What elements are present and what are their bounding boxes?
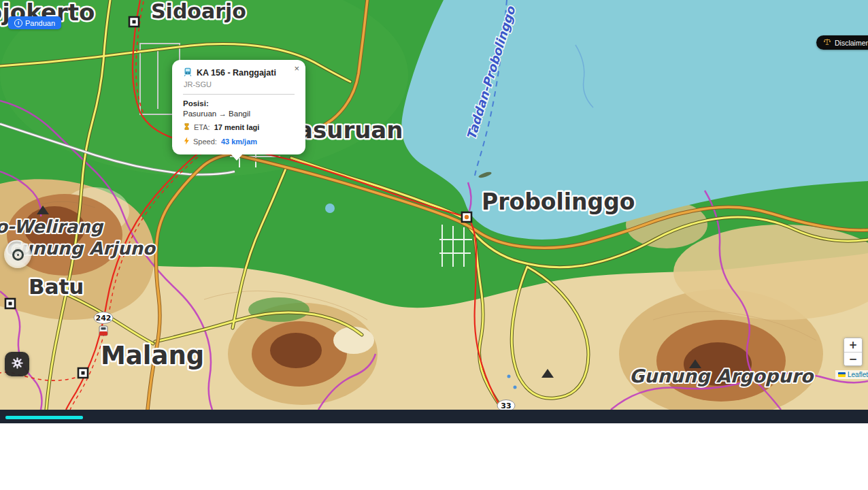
zoom-out-button[interactable]: − [844,352,862,365]
popup-close-button[interactable]: × [293,63,301,74]
map-label-sidoarjo: Sidoarjo [151,0,246,23]
ukraine-flag-icon [838,372,846,378]
popup-speed-label: Speed: [193,137,217,146]
panduan-button-label: Panduan [25,19,55,27]
route-badge-242-label: 242 [96,314,112,323]
train-icon [183,67,193,78]
train-info-popup: × KA 156 - Ranggajati JR-SGU Posisi: Pas… [172,60,305,154]
popup-train-title: KA 156 - Ranggajati [197,68,276,78]
popup-relation-code: JR-SGU [184,80,295,88]
hourglass-icon [183,122,190,132]
popup-position-label: Posisi: [183,99,295,108]
map-viewport[interactable]: 156 242 33 Mojokerto Sidoarjo Pasuruan P… [0,0,868,410]
train-marker-242[interactable] [99,326,107,336]
info-icon: i [14,19,22,27]
map-label-probolinggo: Probolinggo [482,189,635,215]
map-attribution: Leaflet [835,370,868,379]
zoom-in-button[interactable]: + [844,338,862,352]
map-label-gunung-argopuro: Gunung Argopuro [629,365,815,387]
popup-divider [183,94,295,95]
route-badge-33: 33 [497,400,515,410]
popup-position-value: Pasuruan → Bangil [183,110,295,118]
bottom-bar [0,410,868,423]
disclaimer-button[interactable]: Disclaimer [816,35,868,50]
popup-eta-label: ETA: [194,123,210,131]
map-label-batu: Batu [29,274,84,299]
leaflet-link[interactable]: Leaflet [848,371,868,378]
zoom-control: + − [844,338,863,366]
route-badge-242: 242 [94,312,113,324]
map-label-arjuno-welirang: Arjuno-Welirang [0,216,103,237]
map-canvas[interactable]: 156 242 33 Mojokerto Sidoarjo Pasuruan P… [0,0,868,410]
popup-speed-value: 43 km/jam [221,137,257,146]
disclaimer-button-label: Disclaimer [835,39,868,47]
locate-control[interactable] [4,241,31,268]
panduan-button[interactable]: i Panduan [8,16,61,29]
app-window: 156 242 33 Mojokerto Sidoarjo Pasuruan P… [0,0,868,490]
lightning-icon [183,137,190,146]
progress-indicator [5,416,83,419]
gear-icon [12,357,23,371]
scales-icon [823,38,831,47]
target-icon [12,249,24,261]
popup-tail [231,154,243,161]
route-badge-33-label: 33 [501,402,511,410]
popup-eta-value: 17 menit lagi [214,123,260,131]
settings-button[interactable] [5,352,29,376]
map-label-malang: Malang [101,341,204,370]
